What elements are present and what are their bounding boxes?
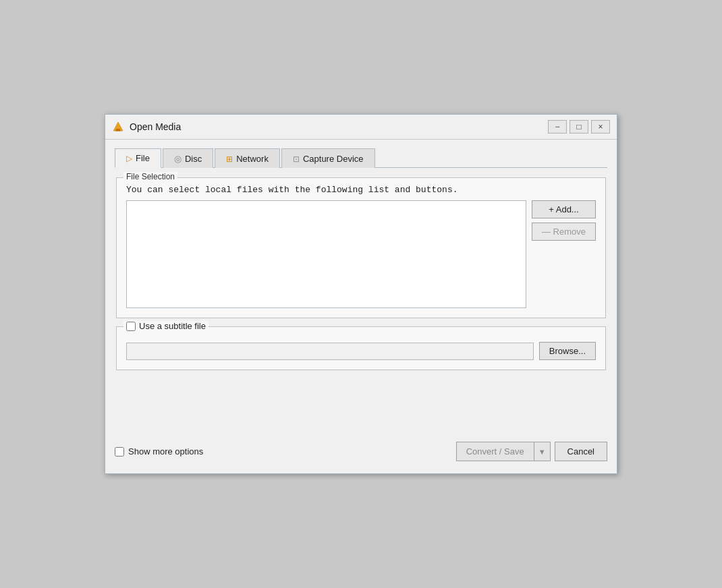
tab-disc-label: Disc [185, 154, 202, 164]
tab-file-label: File [136, 153, 150, 163]
bottom-bar: Show more options Convert / Save ▼ Cance… [115, 435, 607, 464]
cancel-button[interactable]: Cancel [555, 442, 607, 461]
minimize-button[interactable]: − [548, 120, 567, 134]
convert-save-main-button[interactable]: Convert / Save [456, 442, 534, 461]
tab-disc[interactable]: Disc [163, 148, 213, 168]
title-bar-controls: − □ × [548, 120, 610, 134]
file-selection-label: File Selection [123, 172, 177, 181]
capture-tab-icon [293, 154, 300, 164]
show-more-checkbox[interactable] [115, 447, 124, 457]
show-more-row: Show more options [115, 446, 203, 457]
subtitle-group-label: Use a subtitle file [123, 321, 209, 331]
subtitle-path-input[interactable] [126, 343, 534, 360]
subtitle-input-row: Browse... [126, 342, 596, 360]
show-more-label: Show more options [128, 446, 203, 457]
open-media-window: Open Media − □ × File Disc Network [105, 114, 617, 474]
title-bar: Open Media − □ × [105, 115, 617, 140]
tab-network[interactable]: Network [215, 148, 280, 168]
file-selection-description: You can select local files with the foll… [126, 185, 596, 195]
subtitle-checkbox[interactable] [126, 322, 136, 331]
remove-button[interactable]: — Remove [532, 223, 596, 241]
maximize-button[interactable]: □ [570, 120, 588, 134]
network-tab-icon [226, 154, 233, 164]
subtitle-group: Use a subtitle file Browse... [116, 326, 606, 370]
tabs-bar: File Disc Network Capture Device [115, 148, 607, 168]
window-title: Open Media [130, 121, 181, 132]
file-list-buttons: + Add... — Remove [532, 200, 596, 241]
file-list-box[interactable] [126, 200, 526, 308]
disc-tab-icon [174, 154, 182, 164]
file-tab-icon [126, 153, 132, 163]
tab-file[interactable]: File [115, 148, 161, 168]
window-body: File Disc Network Capture Device File Se… [105, 140, 617, 473]
svg-rect-1 [116, 129, 120, 130]
extra-space [116, 378, 606, 432]
convert-save-arrow-button[interactable]: ▼ [534, 442, 551, 461]
convert-save-button-group: Convert / Save ▼ [456, 442, 551, 461]
tab-capture-label: Capture Device [303, 154, 364, 164]
bottom-buttons: Convert / Save ▼ Cancel [456, 442, 607, 461]
add-button[interactable]: + Add... [532, 200, 596, 218]
file-list-row: + Add... — Remove [126, 200, 596, 308]
title-bar-left: Open Media [112, 121, 181, 133]
file-selection-group: File Selection You can select local file… [116, 177, 606, 318]
browse-button[interactable]: Browse... [539, 342, 596, 360]
tab-content-file: File Selection You can select local file… [115, 175, 607, 435]
tab-network-label: Network [236, 154, 269, 164]
tab-capture[interactable]: Capture Device [281, 148, 375, 168]
vlc-icon [112, 121, 124, 133]
close-button[interactable]: × [591, 120, 610, 134]
svg-rect-2 [115, 130, 121, 131]
